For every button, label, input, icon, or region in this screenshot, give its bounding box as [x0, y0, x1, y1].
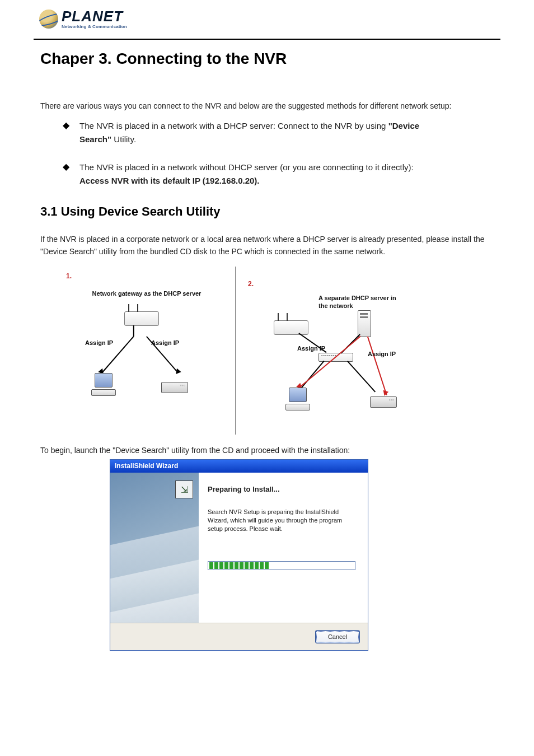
window-title: InstallShield Wizard: [115, 462, 178, 470]
bullet-list: ◆ The NVR is placed in a network with a …: [63, 119, 500, 188]
diagram-separator: [235, 267, 236, 435]
bullet-item: ◆ The NVR is placed in a network with a …: [63, 119, 500, 146]
assign-ip-label: Assign IP: [85, 339, 113, 346]
diamond-bullet-icon: ◆: [63, 119, 69, 132]
assign-ip-label: Assign IP: [297, 345, 325, 352]
nvr-icon: [370, 396, 397, 408]
bullet-item: ◆ The NVR is placed in a network without…: [63, 161, 500, 188]
diagram-number: 2.: [248, 280, 254, 288]
section-body: If the NVR is placed in a corporate netw…: [40, 234, 500, 258]
window-footer: Cancel: [110, 623, 368, 650]
diagram-caption: Network gateway as the DHCP server: [79, 290, 214, 298]
section-title: 3.1 Using Device Search Utility: [40, 204, 500, 219]
network-diagrams: 1. Network gateway as the DHCP server As…: [57, 267, 500, 435]
assign-ip-label: Assign IP: [368, 351, 396, 357]
diagram-2: 2. A separate DHCP server in the network…: [246, 267, 414, 435]
bullet-text-pre: The NVR is placed in a network with a DH…: [79, 121, 388, 130]
pc-icon: [91, 373, 116, 395]
pc-icon: [285, 388, 311, 410]
server-icon: [358, 310, 371, 337]
wizard-sidebar: ⇲: [110, 473, 199, 623]
bullet-text-pre: The NVR is placed in a network without D…: [79, 162, 414, 172]
chapter-title: Chaper 3. Connecting to the NVR: [40, 50, 500, 68]
installer-body: Search NVR Setup is preparing the Instal…: [208, 508, 359, 533]
bullet-text-post: Utility.: [114, 134, 136, 144]
nvr-icon: [161, 382, 188, 393]
logo-tagline: Networking & Communication: [62, 25, 127, 29]
diagram-number: 1.: [66, 272, 72, 280]
logo-word: PLANET: [62, 9, 127, 24]
router-icon: [274, 320, 308, 335]
router-icon: [124, 311, 159, 326]
diagram-caption: A separate DHCP server in the network: [318, 295, 397, 310]
installer-caption: To begin, launch the "Device Search" uti…: [40, 446, 500, 455]
window-titlebar: InstallShield Wizard: [110, 460, 368, 473]
logo-globe-icon: [39, 10, 58, 29]
header-rule: [34, 39, 500, 40]
diamond-bullet-icon: ◆: [63, 161, 69, 173]
progress-bar: [208, 561, 355, 570]
logo: PLANET Networking & Communication: [39, 9, 500, 31]
assign-ip-label: Assign IP: [151, 339, 179, 346]
cancel-button[interactable]: Cancel: [315, 630, 360, 643]
intro-paragraph: There are various ways you can connect t…: [40, 101, 500, 110]
diagram-1: 1. Network gateway as the DHCP server As…: [57, 267, 225, 435]
installer-heading: Preparing to Install...: [208, 485, 359, 493]
installshield-window: InstallShield Wizard ⇲ Preparing to Inst…: [110, 459, 368, 651]
bullet-text-bold: Access NVR with its default IP (192.168.…: [79, 176, 260, 185]
installer-icon: ⇲: [175, 480, 193, 498]
